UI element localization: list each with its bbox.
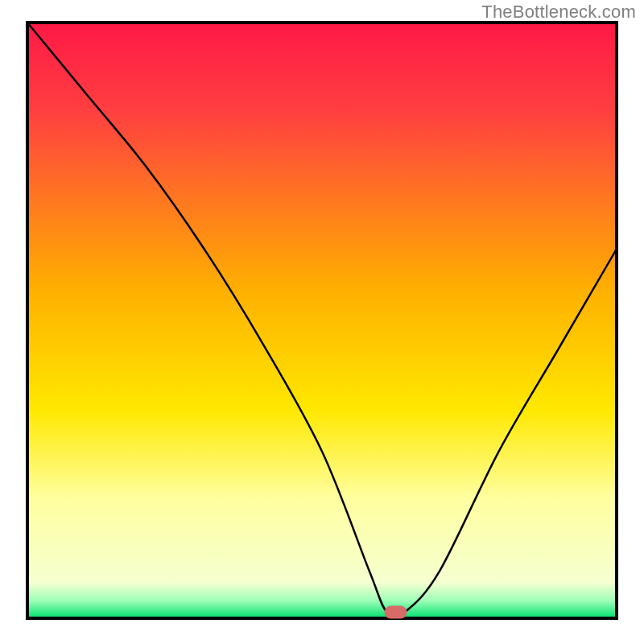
bottleneck-chart xyxy=(0,0,644,644)
watermark-text: TheBottleneck.com xyxy=(481,2,636,23)
chart-background xyxy=(27,23,617,618)
chart-container: { "watermark": "TheBottleneck.com", "cha… xyxy=(0,0,644,644)
minimum-marker xyxy=(385,606,407,619)
